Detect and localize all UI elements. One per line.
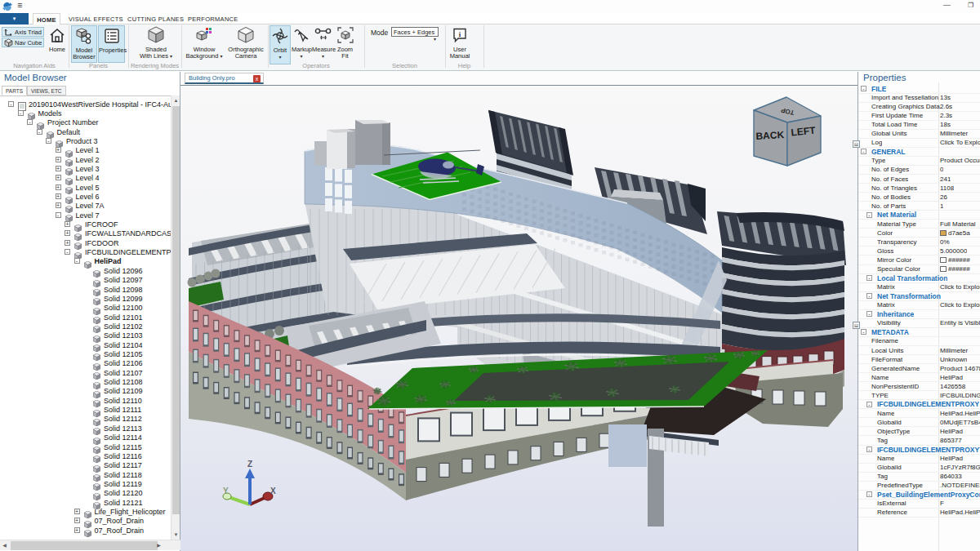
svg-text:Y: Y — [223, 487, 229, 495]
svg-text:BACK: BACK — [755, 129, 785, 142]
svg-text:X: X — [270, 487, 276, 495]
svg-text:Z: Z — [247, 460, 252, 469]
